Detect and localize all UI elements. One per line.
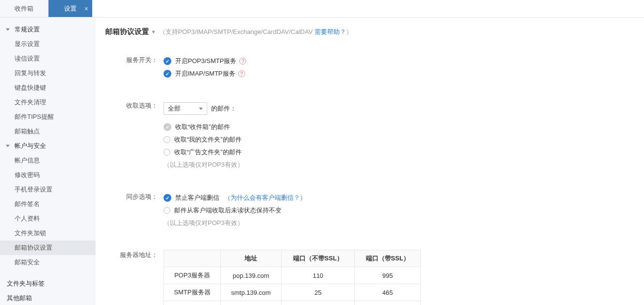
checkbox-inbox-only[interactable] xyxy=(164,123,171,131)
sidebar-item[interactable]: 文件夹清理 xyxy=(0,95,96,110)
sidebar-item[interactable]: 邮箱安全 xyxy=(0,255,96,270)
sidebar-item[interactable]: 帐户信息 xyxy=(0,153,96,168)
service-switch-label: 服务开关： xyxy=(105,55,164,80)
tab-settings[interactable]: 设置 × xyxy=(49,0,92,17)
table-cell: SMTP服务器 xyxy=(164,284,221,301)
table-cell: 465 xyxy=(355,284,421,301)
sidebar-item[interactable]: 其他邮箱 xyxy=(0,291,96,305)
sidebar-item[interactable]: 邮件TIPS提醒 xyxy=(0,110,96,124)
tab-settings-label: 设置 xyxy=(64,5,77,12)
sidebar-group-label: 常规设置 xyxy=(15,26,40,33)
sync-s1-label: 禁止客户端删信 xyxy=(175,193,219,202)
table-cell: 143 xyxy=(281,301,355,305)
table-cell: 25 xyxy=(281,284,355,301)
table-cell: smtp.139.com xyxy=(221,284,281,301)
sidebar-item[interactable]: 显示设置 xyxy=(0,37,96,51)
sync-s2-label: 邮件从客户端收取后未读状态保持不变 xyxy=(174,206,281,215)
sidebar-item[interactable]: 邮件签名 xyxy=(0,197,96,211)
page-title: 邮箱协议设置 xyxy=(105,27,149,36)
receive-suffix: 的邮件： xyxy=(211,104,236,113)
checkbox-imapssmtp[interactable] xyxy=(164,70,171,78)
sidebar-group-account[interactable]: 帐户与安全 xyxy=(0,139,96,153)
receive-select-value: 全部 xyxy=(168,104,181,113)
sidebar-item[interactable]: 回复与转发 xyxy=(0,66,96,80)
sync-option-label: 同步选项： xyxy=(105,192,164,229)
sync-note: （以上选项仅对POP3有效） xyxy=(164,217,644,229)
help-icon[interactable]: ? xyxy=(238,70,245,77)
radio-myfolder[interactable] xyxy=(164,136,170,143)
checkbox-forbid-delete[interactable] xyxy=(164,194,171,202)
table-cell: IMAP服务器 xyxy=(164,301,221,305)
table-cell: imap.139.com xyxy=(221,301,281,305)
sidebar-item[interactable]: 手机登录设置 xyxy=(0,182,96,197)
table-cell: 995 xyxy=(355,267,421,284)
receive-option-label: 收取选项： xyxy=(105,100,164,171)
why-delete-link[interactable]: （为什么会有客户端删信？） xyxy=(224,193,306,202)
sidebar-item[interactable]: 邮箱协议设置 xyxy=(0,241,96,255)
th-address: 地址 xyxy=(221,250,281,267)
sidebar: 常规设置 显示设置读信设置回复与转发键盘快捷键文件夹清理邮件TIPS提醒邮箱触点… xyxy=(0,17,96,305)
chevron-down-icon xyxy=(6,145,10,147)
radio-keep-unread[interactable] xyxy=(164,207,170,214)
sidebar-item[interactable]: 个人资料 xyxy=(0,211,96,226)
sidebar-item[interactable]: 文件夹加锁 xyxy=(0,226,96,241)
table-row: IMAP服务器imap.139.com143993 xyxy=(164,301,421,305)
chevron-down-icon xyxy=(6,29,10,31)
checkbox-pop3smtp[interactable] xyxy=(164,57,171,65)
sidebar-item[interactable]: 文件夹与标签 xyxy=(0,276,96,291)
tab-inbox[interactable]: 收件箱 xyxy=(0,0,49,17)
table-cell: POP3服务器 xyxy=(164,267,221,284)
receive-r3-label: 收取“广告文件夹”的邮件 xyxy=(174,148,242,157)
table-cell: 993 xyxy=(355,301,421,305)
th-blank xyxy=(164,250,221,267)
sidebar-group-general[interactable]: 常规设置 xyxy=(0,22,96,37)
table-row: SMTP服务器smtp.139.com25465 xyxy=(164,284,421,301)
sidebar-item[interactable]: 修改密码 xyxy=(0,168,96,182)
table-cell: pop.139.com xyxy=(221,267,281,284)
server-table: 地址 端口（不带SSL） 端口（带SSL） POP3服务器pop.139.com… xyxy=(164,250,421,305)
help-link[interactable]: 需要帮助？ xyxy=(314,28,346,35)
page-subtitle: ▾ （支持POP3/IMAP/SMTP/Exchange/CardDAV/Cal… xyxy=(150,28,352,36)
receive-note: （以上选项仅对POP3有效） xyxy=(164,159,644,171)
table-row: POP3服务器pop.139.com110995 xyxy=(164,267,421,284)
main-content: 邮箱协议设置 ▾ （支持POP3/IMAP/SMTP/Exchange/Card… xyxy=(96,17,644,305)
server-address-label: 服务器地址： xyxy=(105,250,164,305)
receive-r1-label: 收取“收件箱”的邮件 xyxy=(175,123,230,131)
opt-imapssmtp-label: 开启IMAP/SMTP服务 xyxy=(175,69,235,78)
th-port-ssl: 端口（带SSL） xyxy=(355,250,421,267)
caret-down-icon: ▾ xyxy=(152,28,155,35)
sidebar-item[interactable]: 邮箱触点 xyxy=(0,124,96,139)
close-icon[interactable]: × xyxy=(84,0,88,17)
radio-adfolder[interactable] xyxy=(164,149,170,156)
tab-bar: 收件箱 设置 × xyxy=(0,0,644,17)
tab-inbox-label: 收件箱 xyxy=(15,5,33,12)
sidebar-item[interactable]: 键盘快捷键 xyxy=(0,80,96,95)
chevron-down-icon xyxy=(199,108,203,110)
receive-select[interactable]: 全部 xyxy=(164,102,207,115)
sidebar-item[interactable]: 读信设置 xyxy=(0,51,96,66)
opt-pop3smtp-label: 开启POP3/SMTP服务 xyxy=(175,57,236,65)
th-port-nossl: 端口（不带SSL） xyxy=(281,250,355,267)
sidebar-group-label: 帐户与安全 xyxy=(15,142,46,149)
help-icon[interactable]: ? xyxy=(239,58,246,64)
receive-r2-label: 收取“我的文件夹”的邮件 xyxy=(174,135,242,144)
table-cell: 110 xyxy=(281,267,355,284)
